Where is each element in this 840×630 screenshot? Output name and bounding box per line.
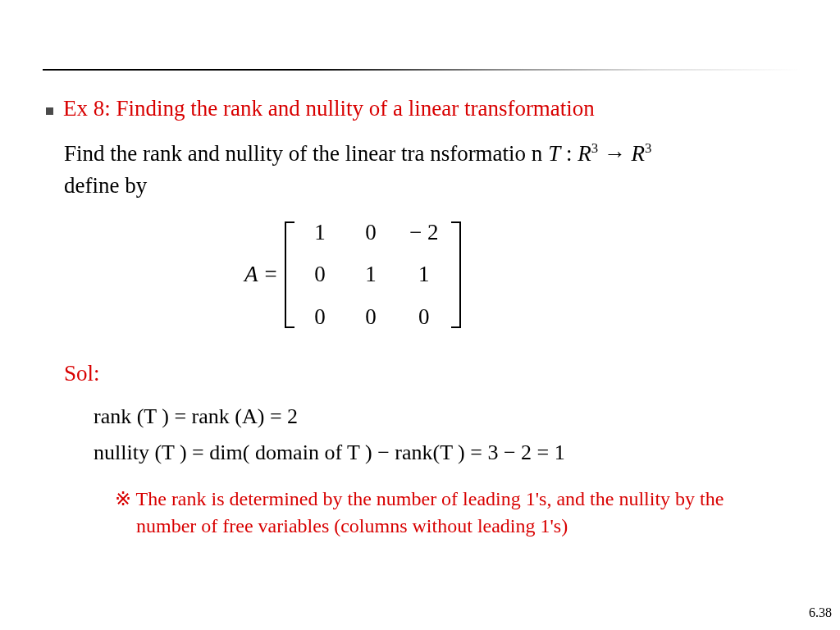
top-rule — [43, 69, 801, 71]
footnote: ※ The rank is determined by the number o… — [115, 486, 774, 539]
matrix-row-0: 1 0 − 2 — [294, 212, 451, 253]
problem-statement: Find the rank and nullity of the linear … — [64, 138, 791, 202]
symbol-R-codomain: R — [632, 141, 646, 166]
rank-equation: rank (T ) = rank (A) = 2 — [94, 401, 791, 432]
body-content: Find the rank and nullity of the linear … — [64, 138, 791, 539]
matrix-row-2: 0 0 0 — [294, 296, 451, 338]
symbol-T: T — [548, 141, 560, 166]
cell-0-1: 0 — [345, 212, 396, 253]
A-equals: A = — [244, 262, 278, 286]
matrix-row-1: 0 1 1 — [294, 253, 451, 295]
arrow-icon: → — [598, 141, 632, 166]
cell-2-0: 0 — [294, 296, 345, 338]
left-bracket-icon — [285, 221, 294, 328]
bullet-icon — [46, 107, 53, 115]
problem-prefix: Find the rank and nullity of the linear … — [64, 141, 548, 166]
cell-0-0: 1 — [294, 212, 345, 253]
cell-2-1: 0 — [345, 296, 396, 338]
exp-codomain: 3 — [645, 140, 651, 156]
right-bracket-icon — [451, 221, 461, 328]
cell-2-2: 0 — [396, 296, 451, 338]
example-title: Ex 8: Finding the rank and nullity of a … — [63, 96, 595, 121]
matrix-grid: 1 0 − 2 0 1 1 0 0 0 — [294, 212, 451, 337]
nullity-equation: nullity (T ) = dim( domain of T ) − rank… — [94, 437, 791, 468]
exp-domain: 3 — [591, 140, 598, 156]
matrix-label: A = — [244, 258, 278, 290]
cell-0-2: − 2 — [396, 212, 451, 253]
title-row: Ex 8: Finding the rank and nullity of a … — [46, 96, 595, 121]
solution-label: Sol: — [64, 358, 791, 390]
cell-1-0: 0 — [294, 253, 345, 295]
matrix-definition: A = 1 0 − 2 0 1 1 0 0 0 — [244, 212, 791, 337]
cell-1-1: 1 — [345, 253, 396, 295]
problem-line2: define by — [64, 173, 147, 198]
symbol-R-domain: R — [578, 141, 591, 166]
colon: : — [560, 141, 578, 166]
solution-equations: rank (T ) = rank (A) = 2 nullity (T ) = … — [94, 401, 791, 468]
page-number: 6.38 — [809, 605, 832, 620]
slide-page: Ex 8: Finding the rank and nullity of a … — [0, 0, 840, 630]
cell-1-2: 1 — [396, 253, 451, 295]
